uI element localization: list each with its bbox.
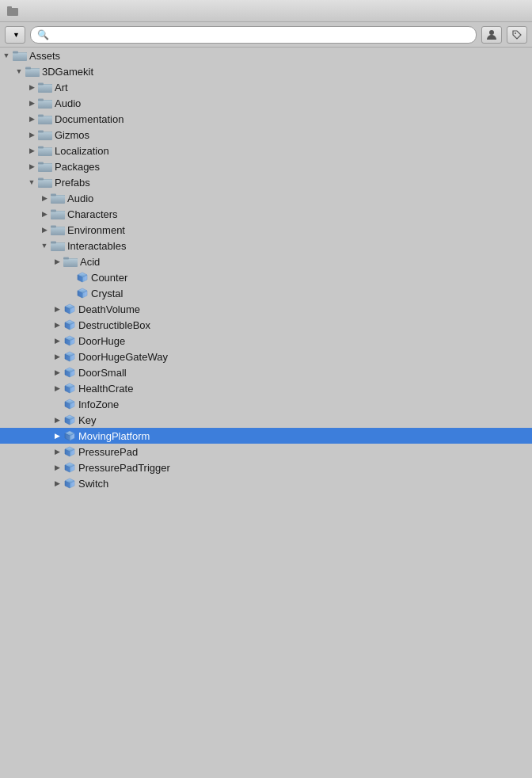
tree-item-doorhuge[interactable]: DoorHuge [0, 333, 532, 349]
tree-item-movingplatform[interactable]: MovingPlatform [0, 428, 532, 444]
folder-icon [51, 208, 65, 219]
collapse-arrow-icon[interactable] [13, 63, 25, 79]
tree-item-audio1[interactable]: Audio [0, 95, 532, 111]
expand-arrow-icon[interactable] [38, 190, 51, 206]
expand-arrow-icon[interactable] [51, 475, 63, 491]
expand-arrow-icon[interactable] [51, 380, 63, 396]
prefab-icon [63, 429, 76, 442]
prefab-icon [63, 461, 76, 474]
tree-item-doorhugegw[interactable]: DoorHugeGateWay [0, 349, 532, 364]
tree-item-destructiblebox[interactable]: DestructibleBox [0, 317, 532, 333]
expand-arrow-icon[interactable] [25, 111, 38, 127]
svg-rect-7 [13, 52, 27, 53]
create-button[interactable]: ▼ [5, 26, 25, 44]
expand-arrow-icon[interactable] [51, 460, 63, 475]
item-label: DeathVolume [78, 303, 140, 315]
svg-rect-55 [51, 242, 65, 243]
item-label: Assets [29, 50, 60, 62]
tree-item-environment[interactable]: Environment [0, 222, 532, 238]
tree-item-characters[interactable]: Characters [0, 206, 532, 222]
tree-item-counter[interactable]: Counter [0, 269, 532, 285]
item-label: Audio [55, 97, 81, 109]
collapse-arrow-icon[interactable] [0, 48, 13, 63]
tree-item-gizmos[interactable]: Gizmos [0, 127, 532, 143]
prefab-icon [63, 318, 76, 331]
item-label: Documentation [55, 113, 124, 125]
svg-rect-1 [7, 6, 12, 9]
tree-item-infozone[interactable]: InfoZone [0, 396, 532, 412]
item-label: Audio [67, 193, 93, 204]
expand-arrow-icon[interactable] [25, 79, 38, 95]
expand-arrow-icon[interactable] [51, 301, 63, 317]
item-label: Counter [91, 272, 127, 284]
item-label: Packages [55, 161, 100, 173]
tree-item-prefabs[interactable]: Prefabs [0, 174, 532, 190]
window-icon [6, 5, 19, 17]
expand-arrow-icon[interactable] [51, 412, 63, 428]
tree-item-healthcrate[interactable]: HealthCrate [0, 380, 532, 396]
tree-item-doorsmall[interactable]: DoorSmall [0, 364, 532, 380]
search-box[interactable]: 🔍 [30, 26, 477, 44]
item-label: Interactables [67, 240, 126, 252]
folder-icon [51, 193, 65, 204]
folder-icon [13, 50, 27, 61]
folder-icon [63, 256, 78, 267]
expand-arrow-icon[interactable] [51, 444, 63, 460]
tree-scroll[interactable]: Assets 3DGamekit Art [0, 48, 532, 778]
tag-icon-button[interactable] [507, 26, 527, 44]
expand-arrow-icon[interactable] [25, 95, 38, 111]
collapse-arrow-icon[interactable] [38, 238, 51, 254]
expand-arrow-icon[interactable] [51, 428, 63, 444]
expand-arrow-icon[interactable] [25, 143, 38, 158]
tree-item-art[interactable]: Art [0, 79, 532, 95]
tree-item-pressurepad[interactable]: PressurePad [0, 444, 532, 460]
svg-rect-11 [25, 68, 40, 69]
prefab-icon [76, 271, 89, 284]
tree-item-packages[interactable]: Packages [0, 158, 532, 174]
tree-item-switch[interactable]: Switch [0, 475, 532, 491]
expand-arrow-icon[interactable] [25, 127, 38, 143]
tree-item-audio2[interactable]: Audio [0, 190, 532, 206]
folder-icon [51, 224, 65, 235]
expand-arrow-icon[interactable] [51, 317, 63, 333]
expand-arrow-icon[interactable] [51, 333, 63, 349]
svg-rect-15 [38, 84, 52, 85]
user-icon [486, 29, 497, 40]
tree-item-pressurepadtrigger[interactable]: PressurePadTrigger [0, 460, 532, 475]
tree-item-key[interactable]: Key [0, 412, 532, 428]
folder-icon [38, 82, 52, 93]
content-area: Assets 3DGamekit Art [0, 48, 532, 778]
tree-item-deathvolume[interactable]: DeathVolume [0, 301, 532, 317]
tree-item-localization[interactable]: Localization [0, 143, 532, 158]
tree-item-crystal[interactable]: Crystal [0, 285, 532, 301]
svg-rect-33 [38, 163, 52, 172]
tree-item-documentation[interactable]: Documentation [0, 111, 532, 127]
expand-arrow-icon[interactable] [25, 158, 38, 174]
svg-rect-59 [63, 258, 78, 259]
item-label: Switch [78, 478, 108, 490]
tree-item-interactables[interactable]: Interactables [0, 238, 532, 254]
collapse-arrow-icon[interactable] [25, 174, 38, 190]
item-label: 3DGamekit [42, 66, 93, 78]
tree-item-acid[interactable]: Acid [0, 254, 532, 269]
item-label: DoorSmall [78, 367, 127, 379]
item-label: Characters [67, 208, 118, 220]
svg-rect-45 [51, 211, 65, 219]
svg-rect-23 [38, 116, 52, 116]
expand-arrow-icon[interactable] [51, 364, 63, 380]
tree-item-3dgamekit[interactable]: 3DGamekit [0, 63, 532, 79]
expand-arrow-icon[interactable] [38, 206, 51, 222]
user-icon-button[interactable] [481, 26, 502, 44]
folder-icon [25, 66, 40, 77]
svg-rect-27 [38, 132, 52, 132]
tree-item-assets[interactable]: Assets [0, 48, 532, 63]
expand-arrow-icon[interactable] [51, 254, 63, 269]
prefab-icon [63, 398, 76, 410]
svg-rect-39 [38, 179, 52, 180]
prefab-icon [63, 366, 76, 379]
item-label: Prefabs [55, 177, 90, 189]
expand-arrow-icon[interactable] [51, 349, 63, 364]
expand-arrow-icon[interactable] [38, 222, 51, 238]
search-input[interactable] [52, 29, 469, 40]
svg-rect-9 [25, 68, 40, 77]
